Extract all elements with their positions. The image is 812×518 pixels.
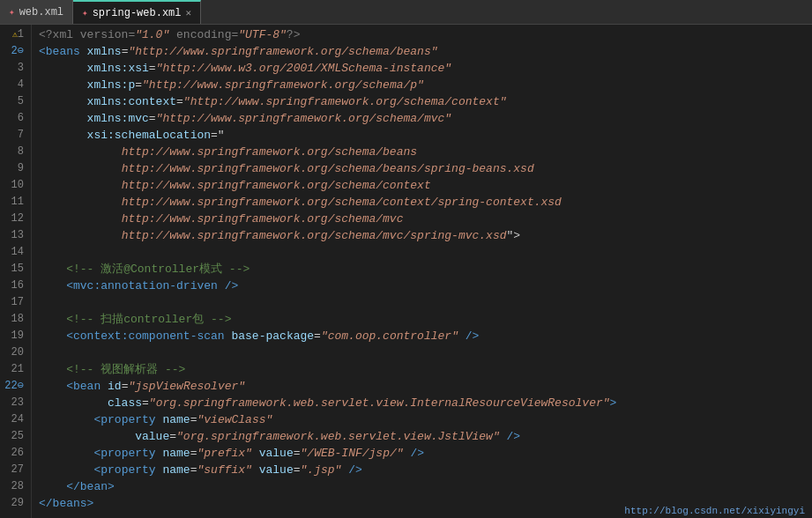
line3-text: xmlns:xsi="http://www.w3.org/2001/XMLSch… [39,60,451,77]
line-num-8: 8 [4,144,24,160]
line23-text: class="org.springframework.web.servlet.v… [39,395,616,411]
line15-text: <!-- 激活@Controller模式 --> [39,261,250,278]
line-num-26: 26 [4,445,24,462]
code-line-20 [39,344,812,361]
code-line-23: class="org.springframework.web.servlet.v… [39,395,812,411]
code-line-22: <bean id="jspViewResolver" [39,378,812,395]
code-line-2: <beans xmlns="http://www.springframework… [39,43,812,60]
line13-text: http://www.springframework.org/schema/mv… [39,227,520,244]
line-num-16: 16 [4,278,24,294]
watermark-text: http://blog.csdn.net/xixiyingyi [624,506,805,516]
code-line-12: http://www.springframework.org/schema/mv… [39,211,812,227]
line28-text: </bean> [39,478,115,495]
tab-label-spring-web-xml: spring-web.xml [93,7,182,19]
code-line-1: <?xml version="1.0" encoding="UTF-8"?> [39,26,812,43]
line29-text: </beans> [39,495,93,512]
line-num-29: 29 [4,495,24,512]
code-line-6: xmlns:mvc="http://www.springframework.or… [39,110,812,127]
code-line-17 [39,294,812,311]
line10-text: http://www.springframework.org/schema/co… [39,177,431,194]
line18-text: <!-- 扫描controller包 --> [39,311,231,328]
web-xml-icon: ✦ [9,6,15,18]
line25-text: value="org.springframework.web.servlet.v… [39,428,520,445]
tab-web-xml[interactable]: ✦ web.xml [0,0,73,24]
line20-text [39,344,46,361]
line9-text: http://www.springframework.org/schema/be… [39,160,534,177]
line12-text: http://www.springframework.org/schema/mv… [39,211,403,227]
code-line-7: xsi:schemaLocation=" [39,127,812,144]
line-num-9: 9 [4,160,24,177]
code-line-21: <!-- 视图解析器 --> [39,361,812,378]
line7-text: xsi:schemaLocation=" [39,127,225,144]
line26-text: <property name="prefix" value="/WEB-INF/… [39,445,424,462]
line-num-6: 6 [4,110,24,127]
code-line-14 [39,244,812,261]
line-num-23: 23 [4,395,24,411]
line-num-5: 5 [4,93,24,110]
line8-text: http://www.springframework.org/schema/be… [39,144,417,160]
code-line-3: xmlns:xsi="http://www.w3.org/2001/XMLSch… [39,60,812,77]
code-line-18: <!-- 扫描controller包 --> [39,311,812,328]
code-line-13: http://www.springframework.org/schema/mv… [39,227,812,244]
line5-text: xmlns:context="http://www.springframewor… [39,93,507,110]
line-num-1: ⚠1 [4,26,24,43]
code-line-25: value="org.springframework.web.servlet.v… [39,428,812,445]
code-line-11: http://www.springframework.org/schema/co… [39,194,812,211]
tab-label-web-xml: web.xml [19,6,63,18]
line16-text: <mvc:annotation-driven /> [39,278,238,294]
line-num-21: 21 [4,361,24,378]
line-num-27: 27 [4,462,24,478]
code-line-15: <!-- 激活@Controller模式 --> [39,261,812,278]
line-num-10: 10 [4,177,24,194]
code-line-27: <property name="suffix" value=".jsp" /> [39,462,812,478]
line-num-19: 19 [4,328,24,344]
code-line-10: http://www.springframework.org/schema/co… [39,177,812,194]
line-num-28: 28 [4,478,24,495]
line6-text: xmlns:mvc="http://www.springframework.or… [39,110,451,127]
line-num-18: 18 [4,311,24,328]
line4-text: xmlns:p="http://www.springframework.org/… [39,77,424,93]
line27-text: <property name="suffix" value=".jsp" /> [39,462,362,478]
line-num-20: 20 [4,344,24,361]
code-line-26: <property name="prefix" value="/WEB-INF/… [39,445,812,462]
code-line-5: xmlns:context="http://www.springframewor… [39,93,812,110]
line22-text: <bean id="jspViewResolver" [39,378,245,395]
line-numbers: ⚠1 2⊖ 3 4 5 6 7 8 9 10 11 12 13 14 15 16… [0,25,32,518]
line-num-22: 22⊖ [4,378,24,395]
close-tab-icon[interactable]: ✕ [186,7,192,18]
tab-spring-web-xml[interactable]: ✦ spring-web.xml ✕ [73,0,201,24]
code-line-4: xmlns:p="http://www.springframework.org/… [39,77,812,93]
line17-text [39,294,46,311]
line-num-11: 11 [4,194,24,211]
editor-area: ⚠1 2⊖ 3 4 5 6 7 8 9 10 11 12 13 14 15 16… [0,25,812,518]
code-line-28: </bean> [39,478,812,495]
line-num-24: 24 [4,411,24,428]
line-num-12: 12 [4,211,24,227]
line14-text [39,244,46,261]
watermark: http://blog.csdn.net/xixiyingyi [617,504,812,518]
code-line-19: <context:component-scan base-package="co… [39,328,812,344]
line24-text: <property name="viewClass" [39,411,272,428]
line11-text: http://www.springframework.org/schema/co… [39,194,562,211]
line2-text: <beans [39,43,80,60]
line-num-15: 15 [4,261,24,278]
code-line-9: http://www.springframework.org/schema/be… [39,160,812,177]
code-line-8: http://www.springframework.org/schema/be… [39,144,812,160]
line1-text: <?xml version="1.0" encoding="UTF-8"?> [39,26,300,43]
spring-web-xml-icon: ✦ [82,7,88,18]
line21-text: <!-- 视图解析器 --> [39,361,185,378]
line-num-13: 13 [4,227,24,244]
line-num-2: 2⊖ [4,43,24,60]
tab-bar: ✦ web.xml ✦ spring-web.xml ✕ [0,0,812,25]
line-num-4: 4 [4,77,24,93]
code-line-16: <mvc:annotation-driven /> [39,278,812,294]
code-content[interactable]: <?xml version="1.0" encoding="UTF-8"?> <… [32,25,812,518]
code-line-24: <property name="viewClass" [39,411,812,428]
line-num-17: 17 [4,294,24,311]
line19-text: <context:component-scan base-package="co… [39,328,479,344]
line-num-7: 7 [4,127,24,144]
line-num-25: 25 [4,428,24,445]
line-num-3: 3 [4,60,24,77]
line-num-14: 14 [4,244,24,261]
